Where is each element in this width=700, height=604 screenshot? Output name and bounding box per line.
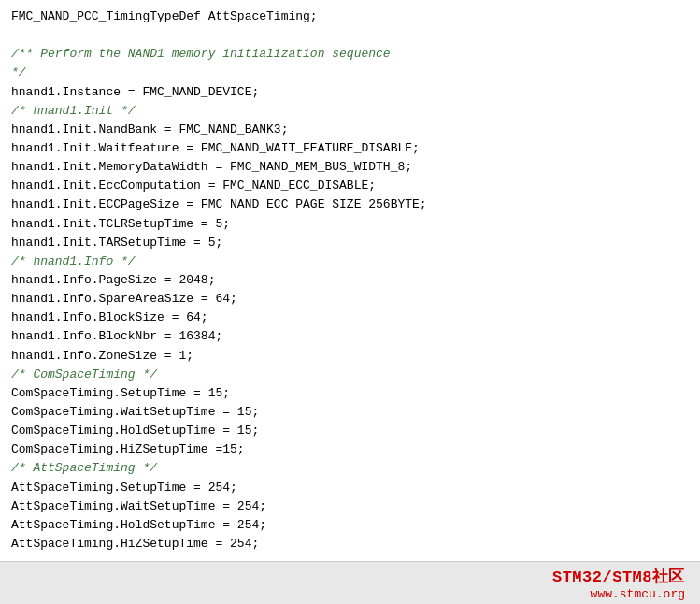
code-line: ComSpaceTiming.HoldSetupTime = 15; bbox=[11, 422, 689, 440]
code-line: */ bbox=[11, 64, 689, 82]
code-line: hnand1.Init.MemoryDataWidth = FMC_NAND_M… bbox=[11, 158, 689, 177]
code-line: hnand1.Init.Waitfeature = FMC_NAND_WAIT_… bbox=[11, 139, 689, 158]
brand: STM32/STM8社区 www.stmcu.org bbox=[552, 566, 685, 601]
code-line: hnand1.Info.BlockNbr = 16384; bbox=[11, 327, 689, 346]
footer: STM32/STM8社区 www.stmcu.org bbox=[0, 561, 700, 604]
code-line: ComSpaceTiming.HiZSetupTime =15; bbox=[11, 440, 689, 459]
code-line: ComSpaceTiming.SetupTime = 15; bbox=[11, 384, 689, 403]
code-line: hnand1.Init.EccComputation = FMC_NAND_EC… bbox=[11, 177, 689, 195]
code-line: /* AttSpaceTiming */ bbox=[11, 459, 689, 478]
code-line: AttSpaceTiming.SetupTime = 254; bbox=[11, 479, 689, 497]
code-line: FMC_NAND_PCC_TimingTypeDef AttSpaceTimin… bbox=[11, 7, 689, 26]
code-line: hnand1.Init.TCLRSetupTime = 5; bbox=[11, 215, 689, 234]
code-line: ComSpaceTiming.WaitSetupTime = 15; bbox=[11, 403, 689, 422]
code-line: hnand1.Init.TARSetupTime = 5; bbox=[11, 234, 689, 252]
code-line: AttSpaceTiming.HoldSetupTime = 254; bbox=[11, 516, 689, 535]
code-line: /** Perform the NAND1 memory initializat… bbox=[11, 45, 689, 64]
code-line: hnand1.Init.NandBank = FMC_NAND_BANK3; bbox=[11, 121, 689, 139]
code-line: hnand1.Instance = FMC_NAND_DEVICE; bbox=[11, 83, 689, 102]
brand-line2: www.stmcu.org bbox=[591, 587, 685, 601]
code-line: /* hnand1.Info */ bbox=[11, 252, 689, 271]
code-line: AttSpaceTiming.HiZSetupTime = 254; bbox=[11, 535, 689, 554]
code-line: hnand1.Info.ZoneSize = 1; bbox=[11, 347, 689, 366]
code-line: hnand1.Info.BlockSize = 64; bbox=[11, 309, 689, 327]
code-line bbox=[11, 554, 689, 561]
code-line: /* ComSpaceTiming */ bbox=[11, 366, 689, 384]
code-line: AttSpaceTiming.WaitSetupTime = 254; bbox=[11, 497, 689, 516]
code-line: hnand1.Info.PageSize = 2048; bbox=[11, 271, 689, 290]
code-block: FMC_NAND_PCC_TimingTypeDef AttSpaceTimin… bbox=[0, 0, 700, 561]
code-line: /* hnand1.Init */ bbox=[11, 102, 689, 121]
code-line: hnand1.Info.SpareAreaSize = 64; bbox=[11, 290, 689, 309]
brand-line1: STM32/STM8社区 bbox=[552, 566, 685, 587]
code-line: hnand1.Init.ECCPageSize = FMC_NAND_ECC_P… bbox=[11, 195, 689, 214]
code-line bbox=[11, 26, 689, 45]
